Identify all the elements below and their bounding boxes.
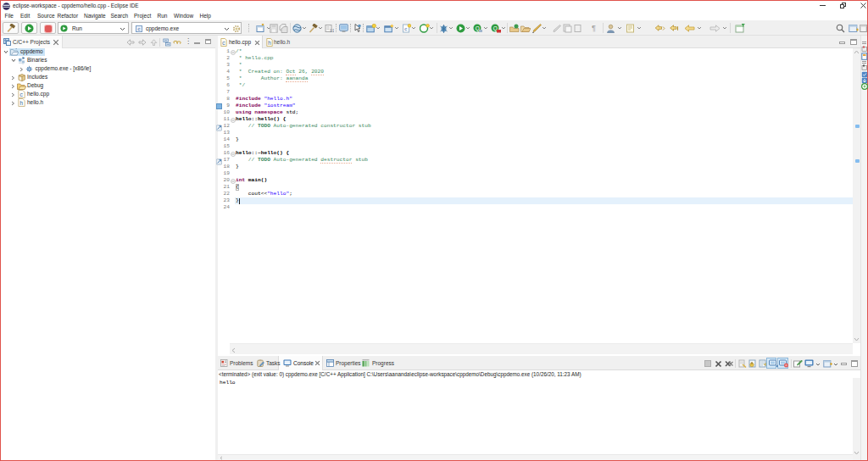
svg-text:c: c xyxy=(404,26,408,32)
svg-text:11: 11 xyxy=(330,29,334,33)
svg-text:h: h xyxy=(268,41,271,47)
svg-text:c: c xyxy=(222,41,225,47)
svg-text:c: c xyxy=(19,92,23,98)
svg-text:h: h xyxy=(19,101,23,107)
